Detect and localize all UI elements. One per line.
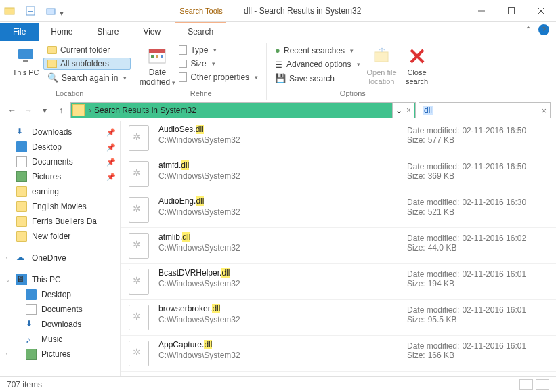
ribbon-help: ⌃ ?	[525, 24, 549, 35]
close-button[interactable]	[526, 1, 556, 21]
address-dropdown-icon[interactable]: ⌄	[395, 106, 402, 115]
this-pc-button[interactable]: This PC	[8, 43, 43, 77]
svg-rect-3	[28, 11, 33, 12]
other-properties-button[interactable]: Other properties	[175, 71, 262, 83]
properties-icon	[179, 72, 187, 82]
svg-rect-6	[509, 7, 515, 14]
tab-search[interactable]: Search	[175, 22, 226, 41]
expand-icon[interactable]: ›	[5, 351, 7, 357]
results-list[interactable]: AudioSes.dll C:\Windows\System32 Date mo…	[121, 121, 556, 376]
file-path: C:\Windows\System32	[158, 349, 407, 360]
size-button[interactable]: Size	[175, 58, 262, 70]
close-search-button[interactable]: Close search	[400, 43, 435, 85]
nav-item[interactable]: earning	[0, 184, 120, 199]
nav-item-label: Music	[41, 334, 62, 344]
address-text: Search Results in System32	[94, 106, 196, 115]
type-button[interactable]: Type	[175, 44, 262, 56]
nav-item[interactable]: New folder	[0, 229, 120, 244]
result-row[interactable]: BcastDVRHelper.dll C:\Windows\System32 D…	[121, 264, 556, 300]
doc-icon	[26, 304, 37, 315]
expand-icon[interactable]: ›	[5, 255, 7, 261]
tab-home[interactable]: Home	[39, 23, 85, 41]
up-button[interactable]: ↑	[54, 104, 68, 117]
result-row[interactable]: AppCapture.dll C:\Windows\System32 Date …	[121, 336, 556, 372]
pin-icon: 📌	[106, 158, 116, 167]
refresh-icon[interactable]: ×	[406, 106, 411, 115]
new-folder-icon[interactable]	[46, 5, 57, 16]
forward-button[interactable]: →	[22, 104, 35, 117]
nav-item[interactable]: ⬇Downloads	[0, 317, 120, 332]
file-name: ACPBackgroundManagerPolicy.dll	[158, 376, 407, 376]
tab-view[interactable]: View	[131, 23, 173, 41]
nav-item[interactable]: Desktop	[0, 287, 120, 302]
ribbon-tabs: File Home Share View Search ⌃ ?	[0, 22, 556, 41]
nav-item[interactable]: ⬇Downloads📌	[0, 125, 120, 139]
navigation-pane[interactable]: ⬇Downloads📌Desktop📌Documents📌Pictures📌ea…	[0, 121, 121, 376]
advanced-options-button[interactable]: ☰Advanced options	[271, 58, 364, 70]
properties-icon[interactable]	[25, 5, 36, 16]
expand-icon[interactable]: ⌄	[5, 276, 11, 283]
result-row[interactable]: AudioEng.dll C:\Windows\System32 Date mo…	[121, 192, 556, 228]
chevron-right-icon[interactable]: ›	[89, 106, 91, 115]
help-icon[interactable]: ?	[538, 24, 549, 35]
recent-locations-button[interactable]: ▾	[38, 104, 51, 117]
current-folder-label: Current folder	[60, 45, 110, 55]
window-controls	[467, 1, 556, 21]
all-subfolders-button[interactable]: All subfolders	[43, 58, 131, 70]
result-row[interactable]: ACPBackgroundManagerPolicy.dll C:\Window…	[121, 372, 556, 376]
folder-icon	[16, 201, 27, 212]
contextual-tab-group: Search Tools	[171, 7, 232, 15]
type-label: Type	[190, 45, 208, 55]
nav-item[interactable]: Desktop📌	[0, 139, 120, 154]
svg-rect-2	[28, 9, 33, 9]
result-row[interactable]: atmfd.dll C:\Windows\System32 Date modif…	[121, 156, 556, 192]
nav-item[interactable]: English Movies	[0, 199, 120, 214]
maximize-button[interactable]	[496, 1, 526, 21]
nav-item[interactable]: ›☁OneDrive	[0, 251, 120, 265]
nav-item[interactable]: Documents📌	[0, 154, 120, 169]
nav-item-label: OneDrive	[32, 253, 66, 263]
nav-item[interactable]: Pictures📌	[0, 169, 120, 184]
clear-search-icon[interactable]: ×	[541, 106, 547, 116]
group-location-label: Location	[56, 89, 84, 100]
date-modified-button[interactable]: Date modified	[140, 43, 175, 87]
details-view-button[interactable]	[519, 379, 533, 390]
nav-item[interactable]: Ferris Buellers Da	[0, 214, 120, 229]
icons-view-button[interactable]	[536, 379, 549, 390]
nav-item[interactable]: Documents	[0, 302, 120, 317]
nav-item[interactable]: ⌄🖥This PC	[0, 272, 120, 287]
nav-item[interactable]: ›Pictures	[0, 347, 120, 362]
tab-share[interactable]: Share	[85, 23, 131, 41]
search-again-in-button[interactable]: 🔍Search again in	[43, 71, 131, 84]
search-query: dll	[423, 106, 433, 115]
type-icon	[179, 45, 187, 55]
qat-dropdown-icon[interactable]: ▾	[60, 8, 65, 14]
result-row[interactable]: AudioSes.dll C:\Windows\System32 Date mo…	[121, 121, 556, 156]
current-folder-button[interactable]: Current folder	[43, 44, 131, 56]
recent-searches-button[interactable]: ●Recent searches	[271, 44, 364, 57]
save-search-button[interactable]: 💾Save search	[271, 72, 364, 85]
file-name: atmlib.dll	[158, 232, 407, 242]
address-bar[interactable]: › Search Results in System32 ⌄ ×	[70, 102, 416, 118]
search-box[interactable]: dll ×	[419, 102, 551, 118]
ribbon-collapse-icon[interactable]: ⌃	[525, 25, 532, 35]
svg-rect-14	[156, 55, 158, 58]
close-search-label: Close search	[400, 67, 435, 85]
nav-item[interactable]: ♪Music	[0, 332, 120, 347]
file-name: AppCapture.dll	[158, 340, 407, 349]
back-button[interactable]: ←	[5, 104, 19, 117]
tab-file[interactable]: File	[0, 23, 39, 41]
folders-icon	[47, 60, 57, 68]
ribbon-group-refine: Date modified Type Size Other properties…	[135, 43, 267, 100]
file-path: C:\Windows\System32	[158, 206, 407, 217]
result-row[interactable]: atmlib.dll C:\Windows\System32 Date modi…	[121, 228, 556, 264]
file-meta: Date modified:02-11-2016 16:02 Size:44.0…	[407, 232, 549, 259]
close-icon	[406, 45, 428, 67]
music-icon: ♪	[26, 334, 37, 345]
status-bar: 707 items	[0, 376, 556, 392]
file-path: C:\Windows\System32	[158, 242, 407, 253]
result-row[interactable]: browserbroker.dll C:\Windows\System32 Da…	[121, 300, 556, 336]
svg-rect-0	[5, 8, 14, 14]
all-subfolders-label: All subfolders	[60, 59, 109, 68]
minimize-button[interactable]	[467, 1, 496, 21]
